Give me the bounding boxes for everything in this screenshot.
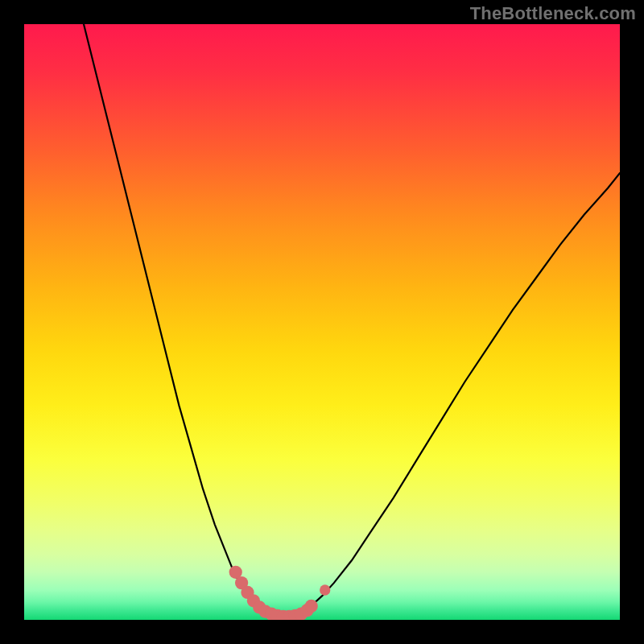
data-marker — [320, 584, 330, 595]
marker-group — [229, 566, 331, 620]
chart-svg — [24, 24, 620, 620]
chart-frame: TheBottleneck.com — [0, 0, 644, 644]
data-marker — [305, 600, 318, 613]
curve-left — [84, 24, 262, 609]
curve-right — [310, 173, 620, 607]
plot-area — [24, 24, 620, 620]
watermark-text: TheBottleneck.com — [470, 3, 636, 24]
curve-group — [84, 24, 620, 617]
